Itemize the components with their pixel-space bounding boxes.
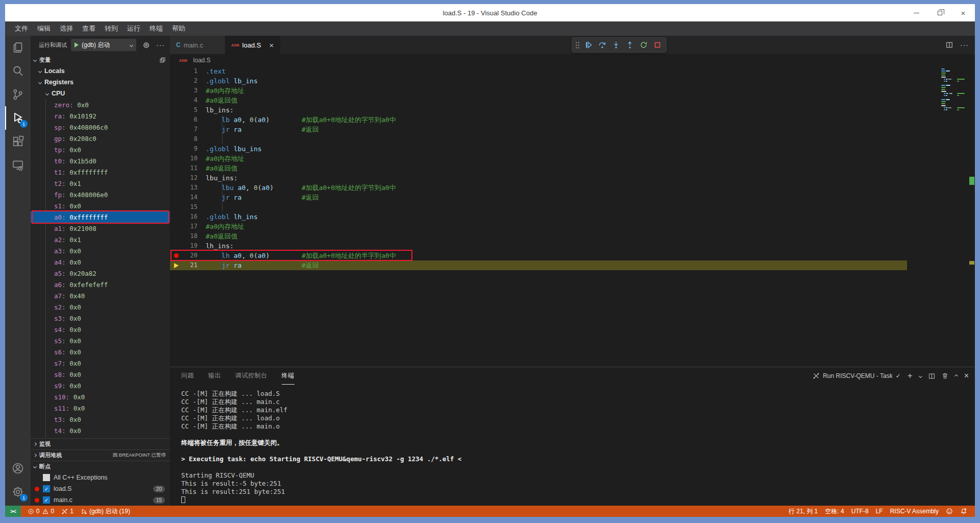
more-actions-icon[interactable]: ··· xyxy=(156,41,165,49)
register-row-s8[interactable]: s8: 0x0 xyxy=(31,369,170,380)
split-editor-icon[interactable] xyxy=(946,41,953,49)
register-row-a6[interactable]: a6: 0xfefefeff xyxy=(31,279,170,290)
code-line-18[interactable]: 18#a0返回值 xyxy=(170,231,975,241)
breakpoint-icon[interactable] xyxy=(174,253,179,258)
breakpoint-checkbox[interactable] xyxy=(43,474,50,481)
breakpoint-item[interactable]: ✓load.S20 xyxy=(31,483,170,494)
line-number[interactable]: 9 xyxy=(182,144,198,154)
close-panel-icon[interactable]: × xyxy=(964,371,969,381)
menubar-item[interactable]: 转到 xyxy=(100,24,122,33)
source-control-icon[interactable] xyxy=(5,83,31,106)
register-row-s6[interactable]: s6: 0x0 xyxy=(31,346,170,358)
close-tab-icon[interactable]: × xyxy=(269,41,274,50)
register-row-a1[interactable]: a1: 0x21008 xyxy=(31,223,170,234)
code-line-21[interactable]: 21 jr ra #返回 xyxy=(170,260,975,270)
code-line-11[interactable]: 11#a0返回值 xyxy=(170,163,975,173)
code-line-1[interactable]: 1.text xyxy=(170,66,975,76)
variables-section-header[interactable]: 变量 xyxy=(31,54,170,65)
register-row-t5[interactable]: t5: 0x8801 xyxy=(31,436,170,438)
code-line-3[interactable]: 3#a0内存地址 xyxy=(170,86,975,96)
code-line-2[interactable]: 2.globl lb_ins xyxy=(170,76,975,86)
close-button[interactable]: × xyxy=(951,4,975,21)
search-icon[interactable] xyxy=(5,59,31,83)
menubar-item[interactable]: 运行 xyxy=(122,24,145,33)
minimize-button[interactable] xyxy=(904,4,928,21)
line-number[interactable]: 12 xyxy=(182,173,198,183)
notifications-bell-icon[interactable] xyxy=(957,508,971,515)
code-line-12[interactable]: 12lbu_ins: xyxy=(170,173,975,183)
register-row-s9[interactable]: s9: 0x0 xyxy=(31,380,170,391)
register-row-t0[interactable]: t0: 0x1b5d0 xyxy=(31,155,170,167)
register-row-s5[interactable]: s5: 0x0 xyxy=(31,335,170,346)
terminal-dropdown-icon[interactable] xyxy=(919,375,922,377)
register-row-zero[interactable]: zero: 0x0 xyxy=(31,99,170,110)
menubar-item[interactable]: 终端 xyxy=(145,24,167,33)
line-number[interactable]: 4 xyxy=(182,96,198,105)
code-line-17[interactable]: 17#a0内存地址 xyxy=(170,222,975,231)
register-row-t4[interactable]: t4: 0x0 xyxy=(31,425,170,436)
line-number[interactable]: 5 xyxy=(182,105,198,115)
remote-explorer-icon[interactable] xyxy=(5,153,31,177)
restore-button[interactable] xyxy=(928,4,951,21)
breakpoint-item[interactable]: All C++ Exceptions xyxy=(31,472,170,483)
launch-config-dropdown[interactable]: (gdb) 启动 xyxy=(71,39,136,51)
code-line-14[interactable]: 14 jr ra #返回 xyxy=(170,193,975,202)
breakpoint-checkbox[interactable]: ✓ xyxy=(43,496,50,504)
panel-tab-输出[interactable]: 输出 xyxy=(208,367,221,385)
eol-status[interactable]: LF xyxy=(872,508,887,515)
menubar-item[interactable]: 查看 xyxy=(78,24,100,33)
register-row-a2[interactable]: a2: 0x1 xyxy=(31,234,170,245)
menubar-item[interactable]: 文件 xyxy=(10,24,33,33)
step-into-button[interactable] xyxy=(610,39,622,51)
task-selector[interactable]: Run RISCV-QEMU - Task ✓ xyxy=(813,372,901,379)
toolbar-drag-handle-icon[interactable] xyxy=(575,41,580,49)
continue-button[interactable] xyxy=(583,39,594,51)
register-row-gp[interactable]: gp: 0x208c0 xyxy=(31,133,170,144)
line-number[interactable]: 2 xyxy=(182,76,198,86)
line-number[interactable]: 16 xyxy=(182,212,198,222)
register-row-s2[interactable]: s2: 0x0 xyxy=(31,301,170,313)
stop-button[interactable] xyxy=(652,39,663,51)
register-row-s7[interactable]: s7: 0x0 xyxy=(31,358,170,369)
breakpoint-item[interactable]: ✓main.c15 xyxy=(31,494,170,506)
run-and-debug-icon[interactable]: 1 xyxy=(5,106,31,130)
split-terminal-icon[interactable] xyxy=(928,373,935,379)
register-row-a3[interactable]: a3: 0x0 xyxy=(31,245,170,256)
code-line-5[interactable]: 5lb_ins: xyxy=(170,105,975,115)
line-number[interactable]: 18 xyxy=(182,231,198,241)
indent-status[interactable]: 空格: 4 xyxy=(821,507,847,516)
code-line-4[interactable]: 4#a0返回值 xyxy=(170,96,975,105)
menubar-item[interactable]: 选择 xyxy=(55,24,78,33)
step-over-button[interactable] xyxy=(597,39,608,51)
code-line-19[interactable]: 19lh_ins: xyxy=(170,241,975,251)
code-line-6[interactable]: 6 lb a0, 0(a0) #加载a0+0地址处的字节到a0中 xyxy=(170,115,975,125)
tab-load-s[interactable]: ASM load.S × xyxy=(225,36,280,54)
cursor-position-status[interactable]: 行 21, 列 1 xyxy=(785,507,821,516)
language-mode-status[interactable]: RISC-V Assembly xyxy=(887,508,942,515)
breakpoints-section-header[interactable]: 断点 xyxy=(31,461,170,472)
line-number[interactable]: 15 xyxy=(182,202,198,212)
feedback-smiley-icon[interactable] xyxy=(942,508,957,515)
panel-tab-问题[interactable]: 问题 xyxy=(181,367,194,385)
register-row-s4[interactable]: s4: 0x0 xyxy=(31,324,170,335)
register-row-t1[interactable]: t1: 0xffffffff xyxy=(31,167,170,178)
register-row-ra[interactable]: ra: 0x10192 xyxy=(31,110,170,122)
terminal-content[interactable]: CC -[M] 正在构建 ... load.SCC -[M] 正在构建 ... … xyxy=(170,385,975,506)
menubar-item[interactable]: 帮助 xyxy=(167,24,190,33)
variables-group-registers[interactable]: Registers xyxy=(31,77,170,88)
line-number[interactable]: 7 xyxy=(182,125,198,134)
extensions-icon[interactable] xyxy=(5,130,31,153)
restart-button[interactable] xyxy=(638,39,649,51)
code-line-7[interactable]: 7 jr ra #返回 xyxy=(170,125,975,134)
line-number[interactable]: 8 xyxy=(182,134,198,144)
panel-tab-调试控制台[interactable]: 调试控制台 xyxy=(235,367,267,385)
register-row-t2[interactable]: t2: 0x1 xyxy=(31,178,170,189)
register-row-fp[interactable]: fp: 0x408006e0 xyxy=(31,189,170,200)
line-number[interactable]: 13 xyxy=(182,183,198,193)
gutter-glyph[interactable] xyxy=(170,253,182,258)
breadcrumb[interactable]: ASM load.S xyxy=(170,54,975,66)
menubar-item[interactable]: 编辑 xyxy=(33,24,55,33)
tab-main-c[interactable]: C main.c xyxy=(170,36,225,54)
code-editor[interactable]: 1.text2.globl lb_ins3#a0内存地址4#a0返回值5lb_i… xyxy=(170,66,975,367)
code-line-10[interactable]: 10#a0内存地址 xyxy=(170,154,975,163)
